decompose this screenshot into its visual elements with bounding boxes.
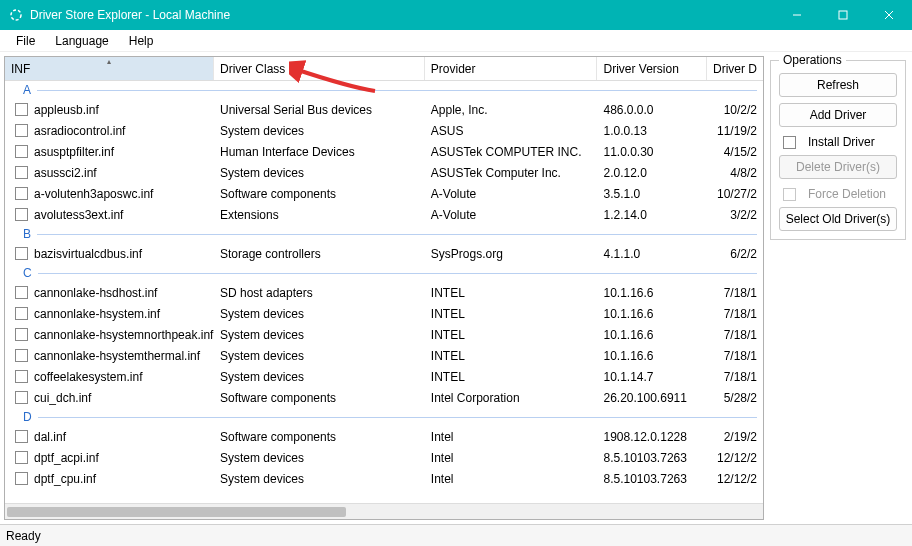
table-row[interactable]: coffeelakesystem.infSystem devicesINTEL1… <box>5 366 763 387</box>
cell-version: 1.2.14.0 <box>597 208 707 222</box>
row-checkbox[interactable] <box>15 307 28 320</box>
row-checkbox[interactable] <box>15 370 28 383</box>
cell-inf: bazisvirtualcdbus.inf <box>34 247 142 261</box>
cell-provider: INTEL <box>425 370 598 384</box>
group-header[interactable]: D <box>5 408 763 426</box>
cell-inf: cannonlake-hsystemthermal.inf <box>34 349 200 363</box>
row-checkbox[interactable] <box>15 124 28 137</box>
row-checkbox[interactable] <box>15 145 28 158</box>
column-header-driver-version[interactable]: Driver Version <box>597 57 707 80</box>
install-driver-checkbox[interactable] <box>783 136 796 149</box>
delete-drivers-button: Delete Driver(s) <box>779 155 897 179</box>
cell-date: 10/27/2 <box>707 187 763 201</box>
group-header[interactable]: A <box>5 81 763 99</box>
table-row[interactable]: a-volutenh3aposwc.infSoftware components… <box>5 183 763 204</box>
row-checkbox[interactable] <box>15 349 28 362</box>
cell-inf: coffeelakesystem.inf <box>34 370 143 384</box>
cell-version: 10.1.16.6 <box>597 349 707 363</box>
row-checkbox[interactable] <box>15 472 28 485</box>
close-button[interactable] <box>866 0 912 30</box>
row-checkbox[interactable] <box>15 391 28 404</box>
cell-inf: dptf_acpi.inf <box>34 451 99 465</box>
cell-class: Software components <box>214 391 425 405</box>
grid-body[interactable]: Aappleusb.infUniversal Serial Bus device… <box>5 81 763 503</box>
table-row[interactable]: appleusb.infUniversal Serial Bus devices… <box>5 99 763 120</box>
cell-inf: asussci2.inf <box>34 166 97 180</box>
cell-version: 10.1.16.6 <box>597 307 707 321</box>
select-old-drivers-button[interactable]: Select Old Driver(s) <box>779 207 897 231</box>
table-row[interactable]: dal.infSoftware componentsIntel1908.12.0… <box>5 426 763 447</box>
row-checkbox[interactable] <box>15 286 28 299</box>
column-header-inf[interactable]: INF ▴ <box>5 57 214 80</box>
cell-provider: INTEL <box>425 307 598 321</box>
grid: INF ▴ Driver Class Provider Driver Versi… <box>4 56 764 520</box>
cell-date: 4/8/2 <box>707 166 763 180</box>
group-letter: D <box>23 410 32 424</box>
table-row[interactable]: bazisvirtualcdbus.infStorage controllers… <box>5 243 763 264</box>
column-header-driver-class[interactable]: Driver Class <box>214 57 425 80</box>
cell-provider: SysProgs.org <box>425 247 598 261</box>
column-header-provider[interactable]: Provider <box>425 57 598 80</box>
cell-inf: asusptpfilter.inf <box>34 145 114 159</box>
cell-version: 3.5.1.0 <box>597 187 707 201</box>
table-row[interactable]: avolutess3ext.infExtensionsA-Volute1.2.1… <box>5 204 763 225</box>
table-row[interactable]: cannonlake-hsystemthermal.infSystem devi… <box>5 345 763 366</box>
add-driver-button[interactable]: Add Driver <box>779 103 897 127</box>
cell-provider: Intel <box>425 451 598 465</box>
column-header-label: INF <box>11 62 30 76</box>
row-checkbox[interactable] <box>15 430 28 443</box>
cell-inf: dptf_cpu.inf <box>34 472 96 486</box>
table-row[interactable]: cannonlake-hsdhost.infSD host adaptersIN… <box>5 282 763 303</box>
cell-provider: ASUS <box>425 124 598 138</box>
table-row[interactable]: cannonlake-hsystem.infSystem devicesINTE… <box>5 303 763 324</box>
maximize-button[interactable] <box>820 0 866 30</box>
cell-date: 11/19/2 <box>707 124 763 138</box>
grid-header: INF ▴ Driver Class Provider Driver Versi… <box>5 57 763 81</box>
cell-version: 26.20.100.6911 <box>597 391 707 405</box>
column-header-driver-date[interactable]: Driver D <box>707 57 763 80</box>
cell-provider: Intel Corporation <box>425 391 598 405</box>
row-checkbox[interactable] <box>15 166 28 179</box>
cell-class: Universal Serial Bus devices <box>214 103 425 117</box>
table-row[interactable]: dptf_cpu.infSystem devicesIntel8.5.10103… <box>5 468 763 489</box>
table-row[interactable]: cui_dch.infSoftware componentsIntel Corp… <box>5 387 763 408</box>
scrollbar-thumb[interactable] <box>7 507 346 517</box>
table-row[interactable]: asussci2.infSystem devicesASUSTek Comput… <box>5 162 763 183</box>
cell-class: Software components <box>214 430 425 444</box>
row-checkbox[interactable] <box>15 103 28 116</box>
cell-version: 486.0.0.0 <box>597 103 707 117</box>
row-checkbox[interactable] <box>15 328 28 341</box>
table-row[interactable]: cannonlake-hsystemnorthpeak.infSystem de… <box>5 324 763 345</box>
menu-language[interactable]: Language <box>45 32 118 50</box>
row-checkbox[interactable] <box>15 451 28 464</box>
row-checkbox[interactable] <box>15 187 28 200</box>
refresh-button[interactable]: Refresh <box>779 73 897 97</box>
cell-inf: cannonlake-hsystem.inf <box>34 307 160 321</box>
menu-file[interactable]: File <box>6 32 45 50</box>
cell-inf: cannonlake-hsystemnorthpeak.inf <box>34 328 213 342</box>
cell-date: 6/2/2 <box>707 247 763 261</box>
operations-legend: Operations <box>779 53 846 67</box>
cell-version: 10.1.14.7 <box>597 370 707 384</box>
cell-provider: Intel <box>425 430 598 444</box>
cell-class: System devices <box>214 451 425 465</box>
svg-rect-2 <box>839 11 847 19</box>
cell-inf: dal.inf <box>34 430 66 444</box>
table-row[interactable]: dptf_acpi.infSystem devicesIntel8.5.1010… <box>5 447 763 468</box>
menu-help[interactable]: Help <box>119 32 164 50</box>
install-driver-row[interactable]: Install Driver <box>779 135 897 149</box>
force-deletion-label: Force Deletion <box>808 187 886 201</box>
horizontal-scrollbar[interactable] <box>5 503 763 519</box>
cell-provider: A-Volute <box>425 187 598 201</box>
row-checkbox[interactable] <box>15 208 28 221</box>
table-row[interactable]: asradiocontrol.infSystem devicesASUS1.0.… <box>5 120 763 141</box>
group-header[interactable]: B <box>5 225 763 243</box>
group-header[interactable]: C <box>5 264 763 282</box>
svg-point-0 <box>11 10 21 20</box>
table-row[interactable]: asusptpfilter.infHuman Interface Devices… <box>5 141 763 162</box>
row-checkbox[interactable] <box>15 247 28 260</box>
force-deletion-checkbox <box>783 188 796 201</box>
cell-provider: ASUSTek Computer Inc. <box>425 166 598 180</box>
cell-date: 7/18/1 <box>707 328 763 342</box>
minimize-button[interactable] <box>774 0 820 30</box>
